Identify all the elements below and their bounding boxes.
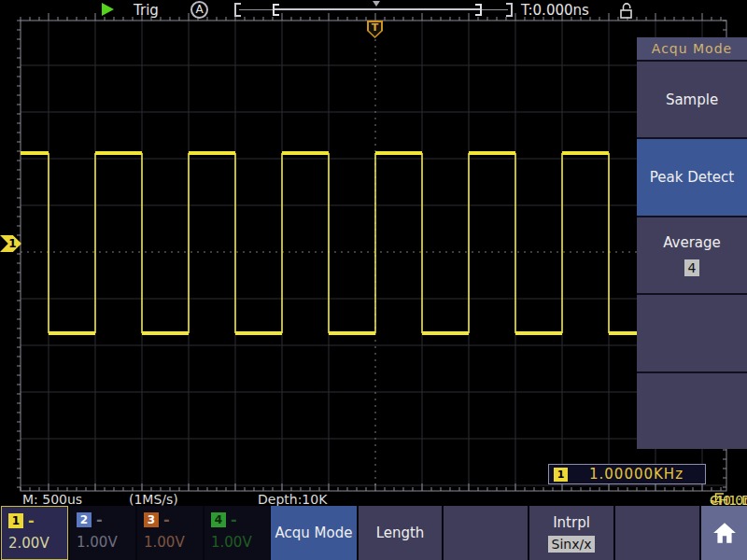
ch4-badge: 4 [211, 512, 226, 527]
ch2-coupling: - [96, 511, 103, 528]
menu-item-blank-2 [637, 373, 747, 449]
status-bar: M: 500us (1MS/s) Depth:10K CH1:DC- -40.0… [0, 491, 747, 506]
softkey-blank-1 [444, 506, 528, 560]
ch2-badge: 2 [77, 512, 92, 527]
horizontal-window-segment [274, 8, 480, 10]
freq-channel-badge: 1 [554, 468, 568, 482]
timebase-readout: M: 500us [22, 492, 82, 507]
ch3-coupling: - [163, 511, 170, 528]
channel-1-cell[interactable]: 1 - 2.00V [1, 506, 68, 560]
ch1-badge: 1 [8, 513, 23, 528]
menu-item-blank-1 [637, 295, 747, 371]
softkey-intrpl[interactable]: Intrpl Sinx/x [529, 506, 613, 560]
softkey-blank-2 [615, 506, 699, 560]
home-icon [712, 522, 737, 544]
unlock-icon [618, 1, 637, 21]
ch3-badge: 3 [144, 512, 159, 527]
menu-item-sample[interactable]: Sample [637, 62, 747, 137]
channel-2-cell[interactable]: 2 - 1.00V [70, 506, 135, 560]
posbar-window-left-bracket [273, 4, 279, 16]
side-menu: Acqu Mode Sample Peak Detect Average 4 [637, 37, 747, 449]
frequency-counter: 1 1.00000KHz [548, 464, 706, 484]
intrpl-value: Sinx/x [548, 536, 596, 553]
channel-4-cell[interactable]: 4 - 1.00V [204, 506, 270, 560]
run-play-icon [102, 3, 114, 16]
trig-status-label: Trig [134, 2, 159, 19]
freq-value: 1.00000KHz [568, 466, 705, 483]
ch1-scale: 2.00V [8, 535, 61, 552]
average-value: 4 [684, 259, 700, 276]
ch4-coupling: - [231, 511, 237, 528]
oscilloscope-screen: Trig A T:0.000ns T 1 1 1.00000KHz M: 500… [0, 0, 747, 560]
ch3-scale: 1.00V [144, 534, 196, 551]
ch1-coupling: - [28, 511, 35, 529]
posbar-left-bracket [234, 3, 241, 17]
trigger-info-readout: CH1:DC- -40.0mV [710, 492, 725, 504]
menu-item-average[interactable]: Average 4 [637, 217, 747, 293]
softkey-acqu-mode[interactable]: Acqu Mode [271, 506, 357, 560]
sample-rate-readout: (1MS/s) [129, 492, 178, 507]
menu-item-peak-detect[interactable]: Peak Detect [637, 139, 747, 215]
bottom-bar: 1 - 2.00V 2 - 1.00V 3 - 1.00V 4 - 1.00V [0, 506, 747, 560]
auto-trigger-icon: A [190, 1, 208, 19]
softkey-length[interactable]: Length [359, 506, 442, 560]
channel-3-cell[interactable]: 3 - 1.00V [137, 506, 203, 560]
ch2-scale: 1.00V [77, 534, 129, 551]
ch4-scale: 1.00V [211, 534, 263, 551]
home-button[interactable] [701, 506, 747, 560]
posbar-right-bracket [506, 3, 513, 17]
trigger-time-readout: T:0.000ns [521, 2, 589, 19]
posbar-trigger-marker [373, 1, 380, 7]
side-menu-title: Acqu Mode [637, 37, 747, 60]
depth-readout: Depth:10K [258, 492, 327, 507]
posbar-window-right-bracket [475, 4, 482, 16]
